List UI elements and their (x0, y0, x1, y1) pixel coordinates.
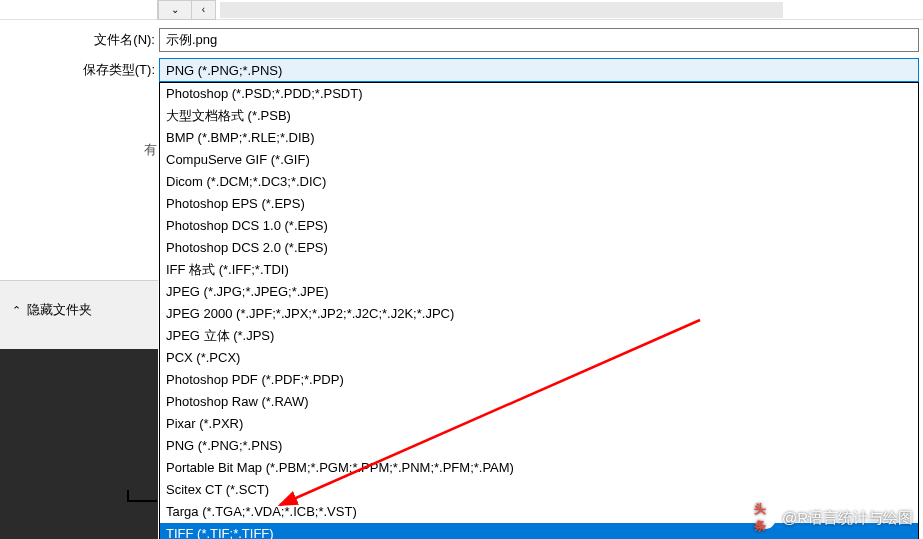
dropdown-item[interactable]: JPEG 立体 (*.JPS) (160, 325, 918, 347)
filename-input[interactable] (159, 28, 919, 52)
savetype-dropdown-list[interactable]: Photoshop (*.PSD;*.PDD;*.PSDT)大型文档格式 (*.… (159, 82, 919, 539)
tab-spacer (0, 0, 158, 20)
filename-label: 文件名(N): (70, 31, 155, 49)
hide-folders-label: 隐藏文件夹 (27, 301, 92, 319)
savetype-value: PNG (*.PNG;*.PNS) (166, 63, 282, 78)
savetype-label: 保存类型(T): (70, 61, 155, 79)
dropdown-item[interactable]: Portable Bit Map (*.PBM;*.PGM;*.PPM;*.PN… (160, 457, 918, 479)
dropdown-item[interactable]: 大型文档格式 (*.PSB) (160, 105, 918, 127)
tab-dropdown-button[interactable]: ⌄ (158, 0, 192, 20)
dropdown-item[interactable]: JPEG 2000 (*.JPF;*.JPX;*.JP2;*.J2C;*.J2K… (160, 303, 918, 325)
dropdown-item[interactable]: Photoshop EPS (*.EPS) (160, 193, 918, 215)
dropdown-item[interactable]: Scitex CT (*.SCT) (160, 479, 918, 501)
dropdown-item[interactable]: Photoshop DCS 2.0 (*.EPS) (160, 237, 918, 259)
watermark: 头条 @R语言统计与绘图 (754, 507, 913, 529)
dropdown-item[interactable]: PNG (*.PNG;*.PNS) (160, 435, 918, 457)
chevron-up-icon: ⌃ (12, 304, 21, 317)
chevron-down-icon: ⌄ (171, 4, 179, 15)
scroll-left-button[interactable]: ‹ (192, 0, 216, 20)
chevron-left-icon: ‹ (202, 4, 205, 15)
top-toolbar: ⌄ ‹ (0, 0, 923, 20)
savetype-row: 保存类型(T): PNG (*.PNG;*.PNS) (0, 58, 923, 82)
dropdown-item[interactable]: Pixar (*.PXR) (160, 413, 918, 435)
save-dialog-body: 文件名(N): 保存类型(T): PNG (*.PNG;*.PNS) (0, 20, 923, 82)
dropdown-item[interactable]: JPEG (*.JPG;*.JPEG;*.JPE) (160, 281, 918, 303)
filename-row: 文件名(N): (0, 28, 923, 52)
app-background-left (0, 349, 158, 539)
dropdown-item[interactable]: CompuServe GIF (*.GIF) (160, 149, 918, 171)
watermark-logo-icon: 头条 (754, 507, 776, 529)
dropdown-item[interactable]: PCX (*.PCX) (160, 347, 918, 369)
truncated-text: 有 (144, 141, 157, 159)
dropdown-item[interactable]: Photoshop (*.PSD;*.PDD;*.PSDT) (160, 83, 918, 105)
watermark-text: @R语言统计与绘图 (782, 509, 913, 528)
dialog-footer-left: ⌃ 隐藏文件夹 (0, 280, 158, 350)
hide-folders-toggle[interactable]: ⌃ 隐藏文件夹 (12, 301, 146, 319)
dropdown-item[interactable]: Photoshop Raw (*.RAW) (160, 391, 918, 413)
dropdown-item[interactable]: BMP (*.BMP;*.RLE;*.DIB) (160, 127, 918, 149)
selection-corner-mark (127, 490, 157, 502)
savetype-select[interactable]: PNG (*.PNG;*.PNS) (159, 58, 919, 82)
dropdown-item[interactable]: IFF 格式 (*.IFF;*.TDI) (160, 259, 918, 281)
dropdown-item[interactable]: Dicom (*.DCM;*.DC3;*.DIC) (160, 171, 918, 193)
dropdown-item[interactable]: Photoshop PDF (*.PDF;*.PDP) (160, 369, 918, 391)
horizontal-scrollbar[interactable] (220, 2, 783, 18)
dropdown-item[interactable]: Photoshop DCS 1.0 (*.EPS) (160, 215, 918, 237)
